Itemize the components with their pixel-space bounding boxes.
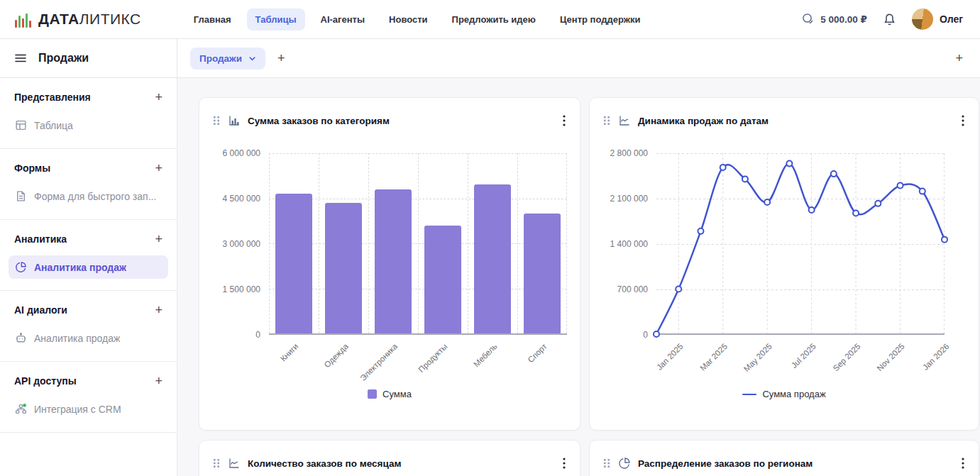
drag-handle-icon[interactable] (212, 458, 221, 469)
add-analytics-button[interactable]: + (155, 233, 163, 245)
x-axis-labels: КнигиОдеждаЭлектроникаПродуктыМебельСпор… (269, 335, 567, 380)
app-logo[interactable]: ДАТАЛИТИКС (14, 10, 141, 28)
bar-chart-icon (228, 114, 241, 127)
pie-chart-icon (15, 261, 27, 273)
drag-handle-icon[interactable] (602, 458, 611, 469)
data-point-marker (942, 237, 947, 243)
data-point-marker (698, 228, 703, 234)
x-tick-label: Jan 2026 (921, 342, 951, 372)
data-point-marker (831, 171, 837, 177)
hamburger-menu-icon[interactable] (14, 52, 27, 65)
nav-item-tsentr-podderzhki[interactable]: Центр поддержки (551, 9, 649, 31)
table-icon (15, 119, 27, 131)
x-tick-label: Электроника (358, 342, 399, 382)
legend: Сумма (212, 389, 567, 399)
sidebar-item-analitika-prodazh[interactable]: Аналитика продаж (9, 255, 168, 279)
card-bar-chart: Сумма заказов по категориям 6 000 0004 5… (199, 97, 580, 431)
nav-item-glavnaya[interactable]: Главная (185, 9, 240, 31)
line-chart-icon (228, 457, 241, 470)
card-title: Количество заказов по месяцам (248, 458, 401, 469)
bar (474, 184, 511, 333)
legend-swatch (368, 389, 377, 399)
sidebar-item-forma[interactable]: Форма для быстрого зап... (9, 184, 168, 208)
bell-icon[interactable] (883, 13, 896, 26)
card-title: Сумма заказов по категориям (248, 116, 390, 126)
topbar-right: 5 000.00 ₽ Олег (802, 9, 963, 30)
add-form-button[interactable]: + (155, 162, 163, 175)
tab-prodazhi[interactable]: Продажи (190, 48, 265, 70)
data-point-marker (853, 210, 859, 216)
kebab-menu-icon[interactable] (561, 456, 567, 470)
line-chart: 2 800 0002 100 0001 400 000700 0000 (602, 153, 966, 335)
grid-line (468, 153, 468, 333)
y-tick-label: 2 100 000 (610, 194, 648, 204)
legend-line-marker (742, 394, 756, 395)
balance-button[interactable]: 5 000.00 ₽ (802, 13, 867, 26)
line-chart-icon (618, 114, 631, 127)
y-tick-label: 0 (643, 330, 648, 340)
sidebar: Продажи Представления + Таблица Формы + (0, 39, 177, 476)
nav-item-novosti[interactable]: Новости (380, 9, 436, 31)
sidebar-section-formy: Формы + Форма для быстрого зап... (0, 149, 177, 220)
sidebar-item-ai-analitika-prodazh[interactable]: Аналитика продаж (9, 326, 168, 350)
grid-line (418, 153, 419, 333)
kebab-menu-icon[interactable] (561, 114, 567, 128)
sidebar-item-label: Форма для быстрого зап... (34, 191, 156, 202)
card-orders-by-region: Распределение заказов по регионам (589, 440, 979, 476)
logo-text: ДАТАЛИТИКС (38, 11, 141, 28)
sidebar-section-predstavleniya: Представления + Таблица (0, 78, 177, 149)
sidebar-section-analitika: Аналитика + Аналитика продаж (0, 220, 177, 291)
add-widget-button[interactable]: + (955, 52, 963, 65)
y-tick-label: 4 500 000 (223, 194, 260, 204)
y-tick-label: 6 000 000 (223, 148, 260, 158)
section-title: API доступы (14, 375, 77, 387)
y-tick-label: 1 400 000 (610, 239, 648, 249)
drag-handle-icon[interactable] (602, 115, 611, 126)
robot-icon (15, 332, 27, 344)
grid-line (319, 153, 319, 333)
x-tick-label: Jan 2025 (655, 342, 685, 372)
kebab-menu-icon[interactable] (960, 114, 966, 128)
line-plot-area (656, 153, 945, 335)
drag-handle-icon[interactable] (212, 115, 221, 126)
bar (424, 226, 461, 333)
section-title: Аналитика (14, 233, 67, 245)
grid-line (269, 153, 270, 333)
legend: Сумма продаж (602, 389, 966, 399)
add-view-button[interactable]: + (155, 91, 163, 104)
add-ai-dialog-button[interactable]: + (155, 304, 163, 316)
sidebar-item-integratsiya-crm[interactable]: Интеграция с CRM (9, 397, 168, 421)
x-tick-label: Mar 2025 (698, 342, 729, 372)
grid-line (517, 153, 518, 333)
sidebar-item-tablitsa[interactable]: Таблица (9, 114, 168, 137)
grid-line (368, 153, 369, 333)
data-point-marker (920, 189, 925, 194)
x-tick-label: May 2025 (742, 342, 773, 373)
add-api-access-button[interactable]: + (155, 375, 163, 387)
data-point-marker (764, 199, 770, 205)
avatar (912, 9, 933, 30)
line-series (656, 153, 945, 335)
legend-label: Сумма (382, 389, 412, 399)
bar (524, 214, 561, 333)
sidebar-item-label: Аналитика продаж (34, 262, 126, 273)
data-point-marker (898, 182, 903, 188)
chevron-down-icon (248, 55, 256, 62)
sidebar-title: Продажи (38, 52, 89, 65)
card-line-chart: Динамика продаж по датам 2 800 0002 100 … (589, 97, 979, 431)
x-tick-label: Мебель (472, 342, 499, 369)
kebab-menu-icon[interactable] (960, 456, 966, 470)
y-axis: 6 000 0004 500 0003 000 0001 500 0000 (212, 153, 269, 335)
sidebar-section-api-dostupy: API доступы + Интеграция с CRM (0, 362, 177, 433)
x-tick-label: Спорт (526, 342, 548, 364)
bar-plot-area (269, 153, 567, 335)
user-menu[interactable]: Олег (912, 9, 963, 30)
x-tick-label: Одежда (322, 342, 350, 370)
y-tick-label: 3 000 000 (223, 239, 260, 249)
add-tab-button[interactable]: + (277, 52, 285, 65)
top-bar: ДАТАЛИТИКС Главная Таблицы AI-агенты Нов… (0, 0, 980, 39)
tab-label: Продажи (199, 53, 242, 64)
nav-item-predlozhit-ideyu[interactable]: Предложить идею (444, 9, 544, 31)
nav-item-tablitsy[interactable]: Таблицы (247, 9, 305, 31)
nav-item-ai-agenty[interactable]: AI-агенты (312, 9, 374, 31)
